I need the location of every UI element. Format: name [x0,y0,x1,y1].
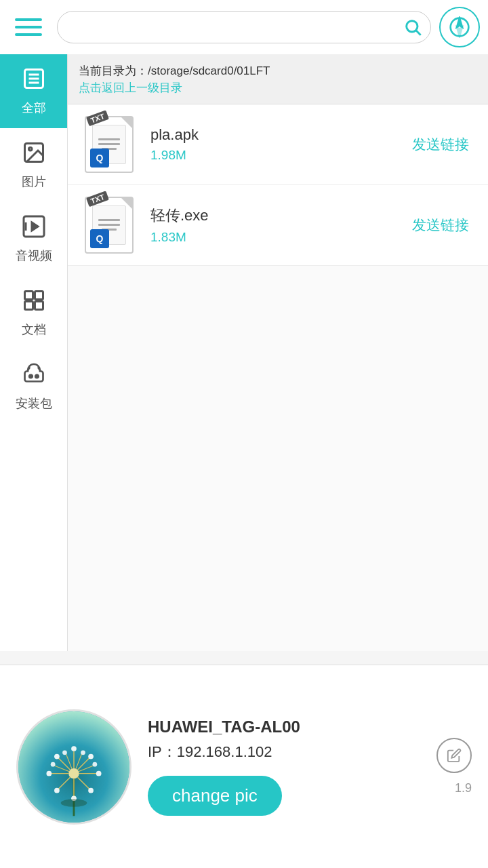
search-icon [403,18,422,37]
device-ip: IP：192.168.1.102 [148,742,420,762]
table-row[interactable]: TXT Q 轻传.exe 1.83M 发送链接 [68,185,488,266]
breadcrumb[interactable]: 当前目录为：/storage/sdcard0/01LFT 点击返回上一级目录 [68,54,488,104]
svg-point-48 [62,750,67,755]
file-icon-wrap: TXT Q [79,195,140,256]
svg-point-26 [71,746,77,751]
svg-point-24 [68,768,79,778]
navigation-button[interactable] [439,7,480,47]
txt-badge: TXT [86,191,109,207]
file-info: 轻传.exe 1.83M [150,205,393,245]
sidebar: 全部 图片 音视频 [0,54,68,651]
device-info: HUAWEI_TAG-AL00 IP：192.168.1.102 change … [148,717,420,816]
avatar-image [18,711,129,823]
svg-point-28 [96,770,102,776]
list-icon [22,66,46,96]
change-pic-button[interactable]: change pic [148,776,282,816]
main-layout: 全部 图片 音视频 [0,54,488,651]
doc-type-badge: Q [90,149,109,167]
svg-point-36 [54,753,60,759]
svg-point-34 [88,753,94,759]
sidebar-item-docs[interactable]: 文档 [0,276,67,350]
media-icon [22,214,46,243]
search-button[interactable] [403,18,422,37]
document-icon: TXT Q [85,197,134,254]
svg-point-18 [29,375,33,378]
svg-rect-17 [35,302,43,310]
search-input[interactable] [68,20,403,35]
svg-point-42 [92,762,97,766]
sidebar-docs-label: 文档 [22,321,46,338]
docs-icon [22,288,46,317]
svg-point-10 [28,148,32,151]
apk-icon [22,362,46,391]
document-icon: TXT Q [85,116,134,173]
sidebar-media-label: 音视频 [16,248,52,264]
svg-rect-16 [24,302,33,310]
device-name: HUAWEI_TAG-AL00 [148,717,420,736]
svg-point-38 [88,787,94,793]
file-icon-wrap: TXT Q [79,114,140,175]
svg-point-30 [46,770,52,776]
dandelion-svg [18,711,129,823]
file-info: pla.apk 1.98M [150,126,393,163]
svg-marker-4 [457,27,462,36]
sidebar-item-all[interactable]: 全部 [0,54,67,128]
file-size: 1.98M [150,148,393,163]
send-link-button[interactable]: 发送链接 [404,130,477,159]
bottom-panel: HUAWEI_TAG-AL00 IP：192.168.1.102 change … [0,665,488,868]
edit-button[interactable] [436,738,472,773]
table-row[interactable]: TXT Q pla.apk 1.98M 发送链接 [68,104,488,185]
pencil-icon [447,748,462,763]
bottom-right: 1.9 [436,738,472,795]
menu-button[interactable] [8,7,49,47]
svg-point-19 [35,375,39,378]
svg-rect-15 [35,292,43,300]
version-label: 1.9 [455,781,472,795]
sidebar-item-images[interactable]: 图片 [0,128,67,202]
avatar[interactable] [16,709,131,825]
file-size: 1.83M [150,230,393,245]
send-link-button[interactable]: 发送链接 [404,210,477,240]
search-bar [57,11,431,43]
doc-type-badge: Q [90,229,109,248]
svg-marker-3 [457,18,462,27]
content-area: 当前目录为：/storage/sdcard0/01LFT 点击返回上一级目录 T… [68,54,488,651]
svg-rect-14 [24,292,33,300]
txt-badge: TXT [86,110,109,126]
sidebar-item-apk[interactable]: 安装包 [0,350,67,424]
file-name: pla.apk [150,126,393,144]
sidebar-item-media[interactable]: 音视频 [0,202,67,276]
file-list: TXT Q pla.apk 1.98M 发送链接 [68,104,488,652]
breadcrumb-path: 当前目录为：/storage/sdcard0/01LFT [79,64,270,77]
svg-point-40 [54,787,60,793]
sidebar-images-label: 图片 [22,174,46,190]
svg-point-44 [51,762,56,766]
header [0,0,488,54]
sidebar-apk-label: 安装包 [16,395,52,412]
file-name: 轻传.exe [150,205,393,226]
svg-point-46 [81,750,85,755]
svg-marker-12 [32,222,38,231]
svg-line-1 [416,31,420,35]
svg-point-0 [407,21,418,32]
image-icon [22,140,46,170]
sidebar-all-label: 全部 [22,100,46,116]
svg-point-49 [61,799,87,807]
compass-icon [449,16,470,38]
breadcrumb-back[interactable]: 点击返回上一级目录 [79,81,182,94]
